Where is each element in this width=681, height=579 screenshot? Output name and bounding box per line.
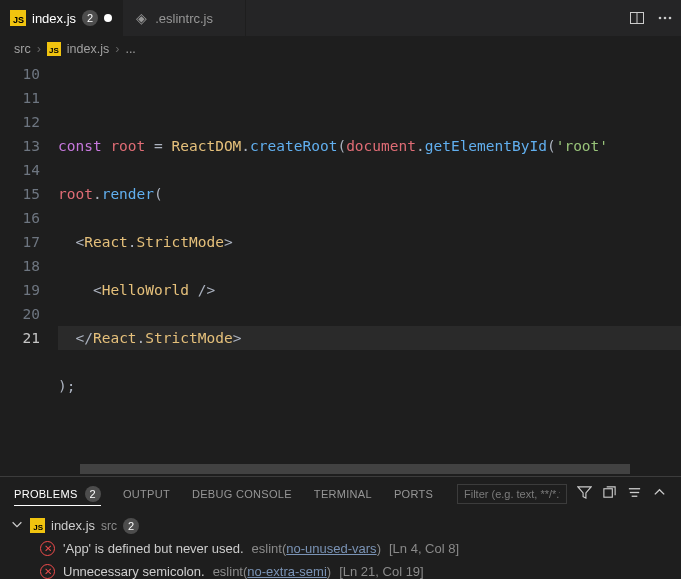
problems-file-name: index.js <box>51 518 95 533</box>
line-number: 14 <box>0 158 40 182</box>
panel-tab-label: PROBLEMS <box>14 488 78 500</box>
code-line[interactable] <box>58 86 681 110</box>
problem-item[interactable]: ✕ Unnecessary semicolon. eslint(no-extra… <box>10 560 671 579</box>
line-number: 17 <box>0 230 40 254</box>
breadcrumb-segment[interactable]: ... <box>125 42 135 56</box>
problem-rule-link[interactable]: no-extra-semi <box>247 564 326 579</box>
tab-eslintrc-js[interactable]: ◈ .eslintrc.js <box>123 0 246 36</box>
svg-point-4 <box>669 17 672 20</box>
line-number: 16 <box>0 206 40 230</box>
code-line[interactable]: <HelloWorld /> <box>58 278 681 302</box>
tab-debug-console[interactable]: DEBUG CONSOLE <box>192 488 292 500</box>
svg-point-2 <box>659 17 662 20</box>
js-file-icon: JS <box>10 10 26 26</box>
scrollbar-thumb[interactable] <box>80 464 630 474</box>
svg-rect-5 <box>604 489 612 497</box>
problem-source: eslint <box>213 564 243 579</box>
line-number: 10 <box>0 62 40 86</box>
problems-count-badge: 2 <box>85 486 101 502</box>
tabs-bar: JS index.js 2 ◈ .eslintrc.js <box>0 0 681 36</box>
code-line[interactable]: const root = ReactDOM.createRoot(documen… <box>58 134 681 158</box>
problem-message: 'App' is defined but never used. <box>63 541 244 556</box>
svg-point-3 <box>664 17 667 20</box>
bottom-panel: PROBLEMS 2 OUTPUT DEBUG CONSOLE TERMINAL… <box>0 476 681 579</box>
breadcrumb-segment[interactable]: index.js <box>67 42 109 56</box>
breadcrumb-segment[interactable]: src <box>14 42 31 56</box>
chevron-right-icon: › <box>37 42 41 56</box>
error-icon: ✕ <box>40 564 55 579</box>
problems-file-path: src <box>101 519 117 533</box>
view-as-list-icon[interactable] <box>627 485 642 502</box>
eslint-file-icon: ◈ <box>133 10 149 26</box>
problems-list: JS index.js src 2 ✕ 'App' is defined but… <box>0 510 681 579</box>
chevron-right-icon: › <box>115 42 119 56</box>
tab-problems[interactable]: PROBLEMS 2 <box>14 486 101 506</box>
problem-rule-link[interactable]: no-unused-vars <box>286 541 376 556</box>
error-icon: ✕ <box>40 541 55 556</box>
tab-label: index.js <box>32 11 76 26</box>
file-problem-count-badge: 2 <box>123 518 139 534</box>
problem-message: Unnecessary semicolon. <box>63 564 205 579</box>
js-file-icon: JS <box>30 518 45 533</box>
tab-problem-count-badge: 2 <box>82 10 98 26</box>
code-line[interactable]: </React.StrictMode> <box>58 326 681 350</box>
code-content[interactable]: const root = ReactDOM.createRoot(documen… <box>58 62 681 464</box>
code-line[interactable]: ); <box>58 374 681 398</box>
line-number: 19 <box>0 278 40 302</box>
filter-icon[interactable] <box>577 485 592 502</box>
line-number: 18 <box>0 254 40 278</box>
code-line[interactable]: <React.StrictMode> <box>58 230 681 254</box>
problem-item[interactable]: ✕ 'App' is defined but never used. eslin… <box>10 537 671 560</box>
horizontal-scrollbar[interactable] <box>60 464 667 476</box>
line-number: 13 <box>0 134 40 158</box>
problem-location: [Ln 4, Col 8] <box>389 541 459 556</box>
line-number: 11 <box>0 86 40 110</box>
tab-label: .eslintrc.js <box>155 11 213 26</box>
line-number: 20 <box>0 302 40 326</box>
problem-source: eslint <box>252 541 282 556</box>
collapse-all-icon[interactable] <box>602 485 617 502</box>
tab-index-js[interactable]: JS index.js 2 <box>0 0 123 36</box>
line-number: 15 <box>0 182 40 206</box>
code-line[interactable] <box>58 422 681 446</box>
chevron-up-icon[interactable] <box>652 485 667 502</box>
dirty-indicator-icon <box>104 14 112 22</box>
line-number-gutter: 10 11 12 13 14 15 16 17 18 19 20 21 <box>0 62 58 464</box>
code-line[interactable]: root.render( <box>58 182 681 206</box>
problem-location: [Ln 21, Col 19] <box>339 564 424 579</box>
panel-tabs: PROBLEMS 2 OUTPUT DEBUG CONSOLE TERMINAL… <box>0 477 681 510</box>
more-actions-icon[interactable] <box>657 10 673 26</box>
js-file-icon: JS <box>47 42 61 56</box>
code-editor[interactable]: 10 11 12 13 14 15 16 17 18 19 20 21 cons… <box>0 62 681 464</box>
tab-terminal[interactable]: TERMINAL <box>314 488 372 500</box>
split-editor-icon[interactable] <box>629 10 645 26</box>
problems-filter-input[interactable] <box>457 484 567 504</box>
problems-file-group[interactable]: JS index.js src 2 <box>10 514 671 537</box>
chevron-down-icon[interactable] <box>10 517 24 534</box>
tab-output[interactable]: OUTPUT <box>123 488 170 500</box>
tab-ports[interactable]: PORTS <box>394 488 433 500</box>
line-number: 12 <box>0 110 40 134</box>
breadcrumb[interactable]: src › JS index.js › ... <box>0 36 681 62</box>
line-number: 21 <box>0 326 40 350</box>
